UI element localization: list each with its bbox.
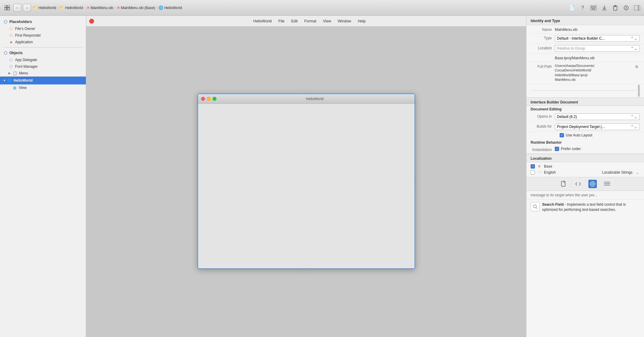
localization-section: ✕ Base 📄 English Localizable Strings ⌄ [526, 162, 644, 177]
download-icon[interactable] [600, 4, 608, 12]
auto-layout-checkbox[interactable] [560, 133, 564, 137]
breadcrumb-item-4[interactable]: ✕ MainMenu.xib (Base) [117, 5, 155, 10]
sim-window-title: HelloWorld [218, 97, 411, 101]
svg-rect-10 [592, 8, 593, 8]
breadcrumb-item-2[interactable]: 📁 HelloWorld [60, 5, 83, 10]
sidebar-item-app-delegate[interactable]: ⬡ App Delegate [0, 57, 86, 63]
svg-point-23 [592, 183, 593, 184]
svg-rect-11 [594, 8, 594, 8]
helloworld-collapse-arrow[interactable]: ▼ [3, 79, 6, 82]
builds-for-select[interactable]: Project Deployment Target (... ⌃⌄ [555, 123, 640, 130]
type-select[interactable]: Default - Interface Builder C... ⌃⌄ [555, 35, 640, 42]
type-select-value: Default - Interface Builder C... [557, 36, 605, 41]
forward-button[interactable]: › [23, 4, 31, 12]
type-select-arrow: ⌃⌄ [630, 36, 638, 41]
svg-rect-5 [591, 6, 592, 7]
english-loc-name: English [544, 170, 600, 175]
canvas-menu-help[interactable]: Help [355, 18, 369, 24]
canvas-menu-edit[interactable]: Edit [288, 18, 301, 24]
placeholders-cube-icon: ⬡ [3, 19, 8, 24]
auto-layout-label: Use Auto Layout [566, 133, 592, 137]
inspector-scrollbar[interactable] [638, 85, 640, 97]
inspector-tab-code[interactable] [574, 180, 582, 188]
opens-in-select[interactable]: Default (6.2) ⌃⌄ [555, 113, 640, 120]
files-owner-icon: ⬡ [8, 26, 13, 31]
location-select-arrow: ⌃⌄ [630, 46, 638, 51]
view-icon: ▦ [12, 85, 17, 90]
instantiation-label: Instantiation [531, 147, 555, 152]
full-path-label: Full Path [531, 64, 555, 69]
svg-point-27 [533, 205, 536, 208]
sim-window-container: · · · ··· HelloWorld ··· · · · [86, 27, 526, 337]
traffic-light-green[interactable] [213, 97, 216, 101]
svg-point-17 [624, 6, 628, 10]
application-icon: 🔺 [8, 40, 13, 44]
inspector-divider [526, 84, 644, 97]
location-label: Location [531, 45, 555, 50]
inspector-tab-target[interactable] [588, 180, 597, 188]
inspector-tab-file[interactable] [559, 180, 568, 188]
inspector-tab-list[interactable] [603, 180, 611, 188]
sidebar-item-first-responder[interactable]: ⬡ First Responder [0, 32, 86, 39]
english-file-icon: 📄 [537, 170, 542, 175]
runtime-behavior-header: Runtime Behavior [526, 139, 644, 145]
sidebar-item-menu[interactable]: ▶ 📋 Menu [0, 70, 86, 77]
keyboard-icon[interactable] [590, 4, 597, 12]
english-loc-checkbox[interactable] [531, 170, 535, 175]
simulated-window: HelloWorld [197, 93, 415, 269]
breadcrumb-item-1[interactable]: 📁 HelloWorld [33, 5, 56, 10]
sidebar: ⬡ Placeholders ⬡ File's Owner ⬡ First Re… [0, 16, 86, 337]
breadcrumb: 📁 HelloWorld › 📁 HelloWorld › ✕ MainMenu… [33, 5, 566, 10]
breadcrumb-item-3[interactable]: ✕ MainMenu.xib [86, 5, 113, 10]
ib-section-header: Interface Builder Document [526, 97, 644, 106]
search-description: Search Field - Implements a text field c… [542, 202, 640, 212]
canvas-close-button[interactable] [89, 19, 94, 24]
canvas-menu-view[interactable]: View [320, 18, 334, 24]
prefer-coder-container: Prefer coder [555, 147, 640, 151]
base-loc-checkbox[interactable] [531, 164, 535, 168]
sidebar-item-font-manager[interactable]: ⬡ Font Manager [0, 63, 86, 70]
toolbar: ‹ › 📁 HelloWorld › 📁 HelloWorld › ✕ Main… [0, 0, 644, 16]
sidebar-item-application[interactable]: 🔺 Application [0, 39, 86, 45]
localizable-strings-label: Localizable Strings [602, 170, 633, 175]
traffic-light-red[interactable] [201, 97, 205, 101]
objects-header: ⬡ Objects [0, 49, 86, 57]
panel-icon[interactable] [633, 4, 641, 12]
name-value: MainMenu.xib [555, 27, 640, 32]
traffic-light-yellow[interactable] [207, 97, 211, 101]
helloworld-label: HelloWorld [14, 78, 33, 83]
canvas-menu-file[interactable]: File [275, 18, 288, 24]
inspector-location-row: Location Relative to Group ⌃⌄ [526, 44, 644, 54]
app-delegate-icon: ⬡ [8, 57, 13, 62]
prefer-coder-label: Prefer coder [561, 147, 581, 151]
back-button[interactable]: ‹ [13, 4, 21, 12]
objects-cube-icon: ⬡ [3, 51, 8, 55]
canvas-menu-helloworld[interactable]: HelloWorld [250, 18, 275, 24]
location-select[interactable]: Relative to Group ⌃⌄ [555, 45, 640, 52]
font-manager-icon: ⬡ [8, 64, 13, 69]
clipboard-icon[interactable] [611, 4, 619, 12]
sidebar-item-helloworld[interactable]: ▼ 🌐 HelloWorld [0, 77, 86, 84]
sidebar-item-files-owner[interactable]: ⬡ File's Owner [0, 25, 86, 32]
canvas-inner: HelloWorld File Edit Format View Window … [86, 16, 526, 337]
menu-collapse-arrow[interactable]: ▶ [8, 72, 11, 75]
localizable-strings-dropdown[interactable]: ⌄ [635, 170, 640, 175]
path-reveal-button[interactable]: ⊕ [634, 64, 640, 70]
opens-in-value: Default (6.2) [557, 115, 577, 119]
opens-in-arrow: ⌃⌄ [630, 114, 638, 119]
instantiation-row: Instantiation Prefer coder [526, 145, 644, 154]
breadcrumb-item-5[interactable]: 🌐 HelloWorld [158, 5, 182, 10]
svg-rect-8 [595, 6, 596, 7]
prefer-coder-checkbox[interactable] [555, 147, 559, 151]
arrow-right-icon[interactable] [622, 4, 630, 12]
grid-icon[interactable] [3, 4, 11, 12]
canvas-menu-window[interactable]: Window [335, 18, 354, 24]
opens-in-select-container: Default (6.2) ⌃⌄ [555, 113, 640, 120]
help-icon[interactable]: ? [579, 4, 587, 12]
new-file-icon[interactable]: 📄 [568, 4, 576, 12]
canvas-menu-format[interactable]: Format [301, 18, 319, 24]
breadcrumb-sep-3: › [114, 6, 115, 9]
placeholders-label: Placeholders [9, 20, 32, 24]
view-label: View [19, 86, 27, 90]
sidebar-item-view[interactable]: ▦ View [0, 84, 86, 91]
